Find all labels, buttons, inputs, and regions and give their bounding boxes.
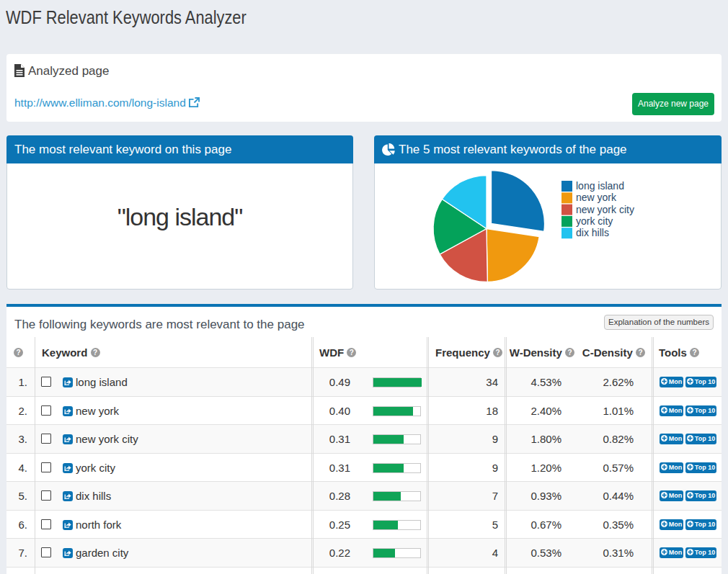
svg-text:dix hills: dix hills — [576, 227, 609, 238]
svg-text:york city: york city — [576, 215, 613, 227]
svg-text:long island: long island — [576, 180, 624, 192]
svg-text:new york city: new york city — [576, 204, 634, 215]
svg-text:new york: new york — [576, 192, 617, 203]
